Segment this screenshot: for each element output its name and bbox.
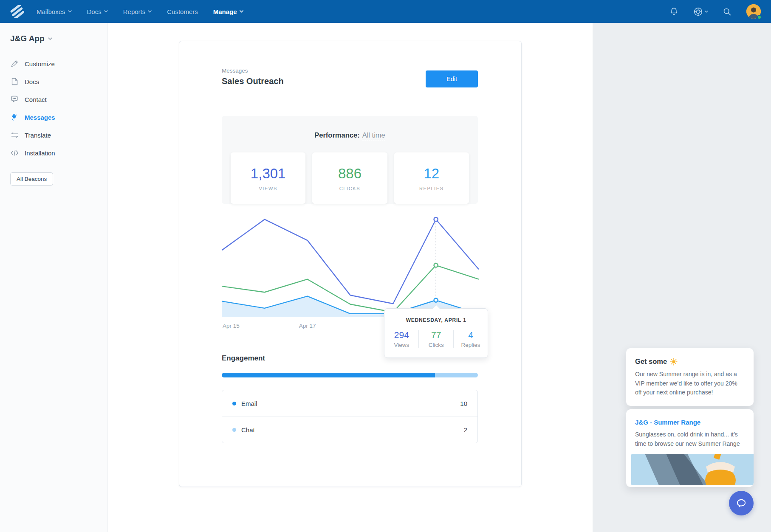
engagement-row-label: Email [241, 400, 257, 407]
tooltip-views-value: 294 [384, 330, 418, 340]
tooltip-views: 294 Views [384, 330, 418, 348]
nav-docs[interactable]: Docs [87, 8, 108, 15]
top-navigation: Mailboxes Docs Reports Customers Manage [0, 0, 771, 23]
engagement-row-value: 2 [464, 426, 467, 433]
performance-title: Performance:All time [231, 131, 469, 139]
engagement-row-chat: Chat 2 [222, 417, 477, 443]
nav-mailboxes[interactable]: Mailboxes [37, 8, 72, 15]
nav-reports[interactable]: Reports [123, 8, 152, 15]
engagement-bar [222, 373, 478, 377]
wave-hand-icon [10, 113, 19, 121]
stat-replies-label: REPLIES [419, 186, 444, 191]
sidebar-item-label: Customize [25, 60, 55, 68]
nav-mailboxes-label: Mailboxes [37, 8, 65, 15]
tooltip-values: 294 Views 77 Clicks 4 Replies [384, 330, 488, 348]
beacon-message-card[interactable]: Get some Our new Summer range is in, and… [626, 348, 754, 406]
stat-clicks-value: 886 [338, 166, 361, 182]
tooltip-clicks-value: 77 [419, 330, 453, 340]
performance-stats: 1,301 VIEWS 886 CLICKS 12 REPLIES [231, 152, 469, 204]
engagement-row-value: 10 [460, 400, 467, 407]
code-icon [10, 149, 19, 157]
sidebar-item-customize[interactable]: Customize [10, 58, 107, 70]
sidebar-item-label: Installation [25, 149, 55, 157]
beacon-sidebar: J&G App Customize Docs Contact [0, 23, 107, 532]
main-content: Messages Sales Outreach Edit Performance… [107, 23, 593, 532]
stat-views-label: VIEWS [259, 186, 277, 191]
nav-manage[interactable]: Manage [213, 8, 243, 15]
search-icon[interactable] [723, 7, 732, 16]
performance-chart-svg [222, 214, 479, 320]
chevron-down-icon [148, 10, 152, 13]
chat-bubble-icon [736, 498, 747, 509]
stat-views: 1,301 VIEWS [231, 152, 305, 204]
performance-chart[interactable]: Apr 15 Apr 17 WEDNESDAY, APRIL 1 294 Vie… [222, 214, 479, 333]
summer-range-image [631, 454, 754, 485]
tooltip-replies-value: 4 [454, 330, 488, 340]
beacon-app-switcher[interactable]: J&G App [10, 34, 107, 43]
nav-docs-label: Docs [87, 8, 102, 15]
performance-range-selector[interactable]: All time [362, 131, 385, 140]
beacon-launcher-button[interactable] [729, 491, 754, 515]
beacon-preview-panel: Get some Our new Summer range is in, and… [593, 23, 771, 532]
stat-replies-value: 12 [424, 166, 439, 182]
primary-nav: Mailboxes Docs Reports Customers Manage [37, 8, 243, 15]
stat-clicks: 886 CLICKS [312, 152, 387, 204]
nav-customers-label: Customers [167, 8, 198, 15]
sidebar-item-contact[interactable]: Contact [10, 93, 107, 105]
nav-manage-label: Manage [213, 8, 237, 15]
pencil-icon [10, 59, 19, 68]
engagement-row-label: Chat [241, 426, 255, 433]
performance-label: Performance: [314, 131, 359, 139]
document-icon [10, 77, 19, 86]
chevron-down-icon [240, 10, 243, 13]
tooltip-views-label: Views [384, 342, 418, 348]
help-menu[interactable] [693, 7, 708, 17]
notifications-bell-icon[interactable] [669, 7, 679, 16]
chat-bubble-icon [10, 95, 19, 104]
beacon-card1-body: Our new Summer range is in, and as a VIP… [635, 370, 745, 397]
engagement-table: Email 10 Chat 2 [222, 390, 478, 443]
message-detail-card: Messages Sales Outreach Edit Performance… [179, 41, 522, 487]
tooltip-clicks-label: Clicks [419, 342, 453, 348]
tooltip-replies: 4 Replies [453, 330, 488, 348]
user-avatar[interactable] [746, 4, 761, 19]
header-divider [222, 100, 478, 100]
tooltip-replies-label: Replies [454, 342, 488, 348]
engagement-row-email: Email 10 [222, 390, 477, 417]
chat-dot [232, 428, 236, 432]
beacon-app-name: J&G App [10, 34, 45, 43]
nav-utilities [669, 4, 761, 19]
edit-button[interactable]: Edit [426, 70, 478, 87]
beacon-card2-body: Sunglasses on, cold drink in hand... it’… [635, 430, 745, 448]
arrows-icon [10, 131, 19, 139]
sidebar-item-translate[interactable]: Translate [10, 129, 107, 141]
x-tick-label: Apr 15 [223, 323, 240, 329]
x-tick-label: Apr 17 [299, 323, 316, 329]
chevron-down-icon [68, 10, 72, 13]
nav-reports-label: Reports [123, 8, 146, 15]
sidebar-item-messages[interactable]: Messages [10, 111, 107, 123]
sidebar-item-installation[interactable]: Installation [10, 147, 107, 159]
chevron-down-icon [104, 10, 108, 13]
sidebar-item-label: Translate [25, 132, 51, 139]
help-lifering-icon [693, 7, 703, 17]
chevron-down-icon [48, 37, 52, 40]
beacon-card2-title[interactable]: J&G - Summer Range [635, 419, 745, 426]
tooltip-date: WEDNESDAY, APRIL 1 [384, 317, 488, 323]
sidebar-item-docs[interactable]: Docs [10, 76, 107, 87]
email-dot [232, 402, 236, 405]
tooltip-clicks: 77 Clicks [418, 330, 453, 348]
performance-panel: Performance:All time 1,301 VIEWS 886 CLI… [222, 116, 478, 204]
nav-customers[interactable]: Customers [167, 8, 198, 15]
beacon-article-card[interactable]: J&G - Summer Range Sunglasses on, cold d… [626, 409, 754, 487]
sidebar-nav: Customize Docs Contact Messages [10, 58, 107, 159]
sidebar-item-label: Docs [25, 78, 39, 85]
beacon-card1-title: Get some [635, 357, 667, 366]
helpscout-logo[interactable] [10, 5, 25, 18]
chevron-down-icon [705, 11, 708, 13]
sun-emoji-icon [670, 358, 678, 366]
all-beacons-button[interactable]: All Beacons [10, 172, 53, 186]
stat-views-value: 1,301 [251, 166, 286, 182]
chart-tooltip: WEDNESDAY, APRIL 1 294 Views 77 Clicks [384, 308, 488, 358]
stat-clicks-label: CLICKS [339, 186, 360, 191]
